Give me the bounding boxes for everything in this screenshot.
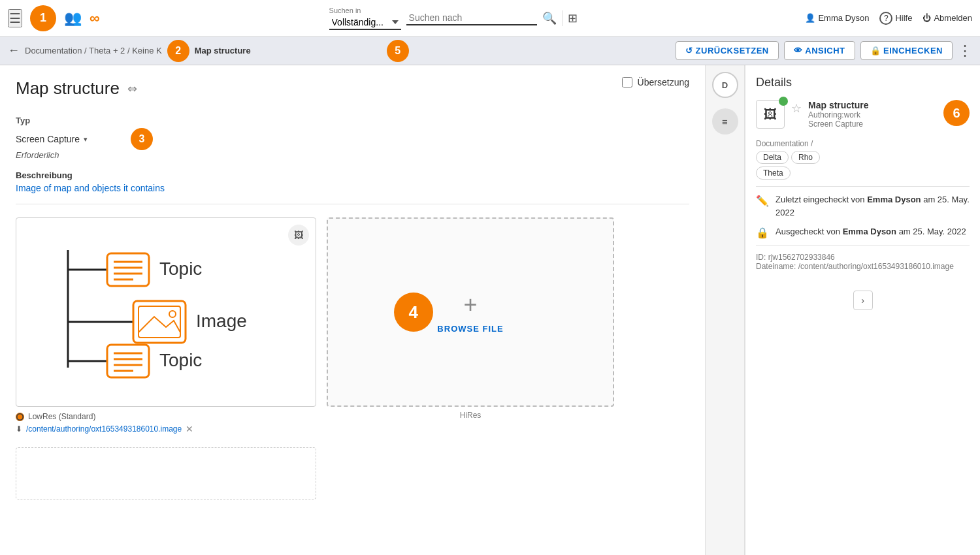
lowres-radio[interactable] xyxy=(16,413,24,421)
tag-theta: Theta xyxy=(756,166,791,180)
hires-label: HiRes xyxy=(327,411,614,420)
lock-icon: 🔒 xyxy=(870,46,881,56)
checkin-text: Zuletzt eingecheckt von Emma Dyson am 25… xyxy=(776,193,970,219)
anno-badge-3: 3 xyxy=(131,128,153,150)
nav-divider xyxy=(562,10,563,26)
reset-label: ZURÜCKSETZEN xyxy=(696,46,769,56)
browse-label[interactable]: BROWSE FILE xyxy=(437,324,503,334)
lowres-image-box: 🖼 xyxy=(16,217,316,407)
page-title: Map structure xyxy=(16,78,120,99)
svg-text:Topic: Topic xyxy=(159,350,202,370)
split-view-icon[interactable]: ⇔ xyxy=(127,82,137,96)
reset-icon: ↺ xyxy=(685,46,693,56)
more-button[interactable]: ⋮ xyxy=(958,42,972,59)
reset-button[interactable]: ↺ ZURÜCKSETZEN xyxy=(676,41,779,60)
search-in-group: Suchen in Vollständig... xyxy=(329,7,401,30)
side-panel-list-button[interactable]: ≡ xyxy=(712,108,738,135)
svg-rect-14 xyxy=(107,345,149,377)
lock-detail-icon: 🔒 xyxy=(756,227,769,239)
lowres-radio-row: LowRes (Standard) xyxy=(16,412,316,421)
search-area: Suchen in Vollständig... 🔍 ⊞ xyxy=(109,7,798,30)
svg-text:Topic: Topic xyxy=(159,259,202,279)
menu-button[interactable]: ☰ xyxy=(8,9,22,27)
view-button[interactable]: 👁 ANSICHT xyxy=(784,41,855,60)
typ-section: Typ Screen Capture ▾ 3 Erforderlich xyxy=(16,116,689,160)
tag-path: Documentation / xyxy=(756,139,970,148)
checkin-row: ✏️ Zuletzt eingecheckt von Emma Dyson am… xyxy=(756,193,970,219)
details-filename: Dateiname: /content/authoring/oxt1653493… xyxy=(756,262,970,271)
tag-delta: Delta xyxy=(756,151,789,164)
doc-authoring: Authoring:work xyxy=(808,110,937,119)
nav-right: 👤 Emma Dyson ? Hilfe ⏻ Abmelden xyxy=(805,12,972,25)
tags-row-2: Theta xyxy=(756,166,970,180)
logout-button[interactable]: ⏻ Abmelden xyxy=(923,13,972,23)
file-path-link[interactable]: /content/authoring/oxt1653493186010.imag… xyxy=(26,424,182,434)
breadcrumb-path: Documentation / Theta + 2 / Keine K xyxy=(25,46,162,56)
breadcrumb-actions: ↺ ZURÜCKSETZEN 👁 ANSICHT 🔒 EINCHECKEN ⋮ xyxy=(676,41,972,60)
help-label: Hilfe xyxy=(895,13,912,23)
svg-rect-4 xyxy=(107,253,149,286)
additional-content-box xyxy=(16,447,316,500)
typ-value: Screen Capture ▾ 3 xyxy=(16,128,689,150)
typ-label: Typ xyxy=(16,116,689,125)
lowres-footer: LowRes (Standard) ⬇ /content/authoring/o… xyxy=(16,412,316,434)
details-panel: Details 🖼 ☆ Map structure Authoring:work… xyxy=(745,65,980,555)
page-title-row: Map structure ⇔ xyxy=(16,78,137,99)
checkout-row: 🔒 Ausgecheckt von Emma Dyson am 25. May.… xyxy=(756,225,970,239)
map-structure-diagram: Topic Image Topic xyxy=(29,224,303,400)
images-row: 🖼 xyxy=(16,217,689,434)
anno-badge-4: 4 xyxy=(394,293,433,332)
view-label: ANSICHT xyxy=(805,46,845,56)
checkout-text: Ausgecheckt von Emma Dyson am 25. May. 2… xyxy=(776,225,966,238)
details-id: ID: rjw1562702933846 xyxy=(756,253,970,262)
translation-label: Übersetzung xyxy=(638,77,689,87)
details-title: Details xyxy=(756,76,970,89)
svg-text:Image: Image xyxy=(196,311,247,331)
download-icon[interactable]: ⬇ xyxy=(16,424,22,434)
nav-badge-1: 1 xyxy=(30,5,56,31)
doc-icon: 🖼 xyxy=(756,100,785,129)
anno-badge-5: 5 xyxy=(387,40,409,62)
checkin-button[interactable]: 🔒 EINCHECKEN xyxy=(860,41,953,60)
side-panels: D ≡ xyxy=(706,65,745,555)
anno-badge-2: 2 xyxy=(167,40,189,62)
back-button[interactable]: ← xyxy=(8,44,20,57)
beschreibung-label: Beschreibung xyxy=(16,170,689,180)
beschreibung-section: Beschreibung Image of map and objects it… xyxy=(16,170,689,193)
search-button[interactable]: 🔍 xyxy=(542,11,557,25)
typ-text: Screen Capture xyxy=(16,134,80,144)
translation-row: Übersetzung xyxy=(622,77,689,87)
image-preview-button[interactable]: 🖼 xyxy=(288,225,309,246)
main-layout: Map structure ⇔ Übersetzung Typ Screen C… xyxy=(0,65,980,555)
doc-name: Map structure xyxy=(808,100,937,110)
side-panel-d-button[interactable]: D xyxy=(712,72,738,98)
user-icon: 👤 xyxy=(805,13,815,23)
svg-point-12 xyxy=(169,311,176,317)
logout-label: Abmelden xyxy=(934,13,972,23)
content-area: Map structure ⇔ Übersetzung Typ Screen C… xyxy=(0,65,706,555)
doc-type: Screen Capture xyxy=(808,119,937,129)
plus-icon: + xyxy=(463,291,477,319)
group-icon: 👥 xyxy=(64,10,82,27)
search-input[interactable] xyxy=(406,11,537,25)
erforderlich-label: Erforderlich xyxy=(16,150,689,160)
delete-icon[interactable]: ✕ xyxy=(186,424,193,434)
breadcrumb-bar: ← Documentation / Theta + 2 / Keine K 2 … xyxy=(0,37,980,65)
filter-button[interactable]: ⊞ xyxy=(568,11,578,25)
search-in-label: Suchen in xyxy=(329,7,401,14)
view-icon: 👁 xyxy=(794,46,803,56)
nav-user: 👤 Emma Dyson xyxy=(805,13,869,23)
details-doc-card: 🖼 ☆ Map structure Authoring:work Screen … xyxy=(756,100,970,129)
star-icon[interactable]: ☆ xyxy=(791,101,802,116)
expand-panel-button[interactable]: › xyxy=(853,291,873,310)
hires-image-box[interactable]: 4 + BROWSE FILE xyxy=(327,217,614,407)
lowres-label: LowRes (Standard) xyxy=(28,412,95,421)
anno-badge-6: 6 xyxy=(943,100,970,126)
tag-rho: Rho xyxy=(791,151,820,164)
typ-dropdown-arrow[interactable]: ▾ xyxy=(84,135,88,144)
help-button[interactable]: ? Hilfe xyxy=(879,12,912,25)
tags-row: Delta Rho xyxy=(756,151,970,164)
search-dropdown[interactable]: Vollständig... xyxy=(329,16,401,30)
logout-icon: ⏻ xyxy=(923,13,931,23)
translation-checkbox[interactable] xyxy=(622,77,632,87)
